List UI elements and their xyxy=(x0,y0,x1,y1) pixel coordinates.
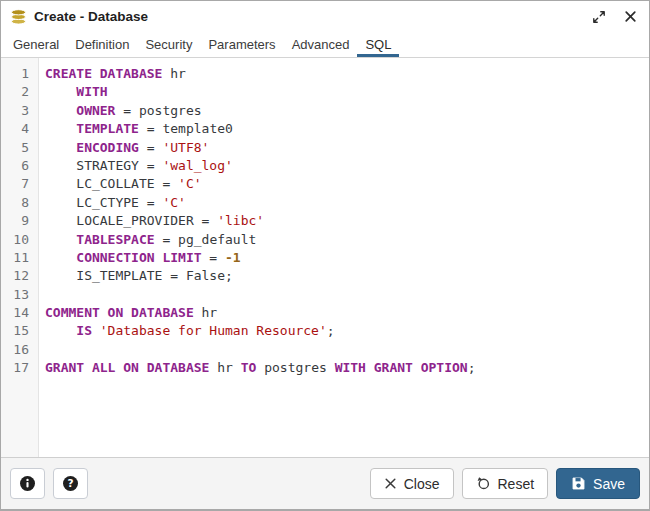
code-line-5: ENCODING = 'UTF8' xyxy=(45,139,649,157)
svg-text:?: ? xyxy=(67,477,73,489)
info-circle-icon xyxy=(19,475,36,492)
line-number: 12 xyxy=(1,267,38,285)
line-number: 10 xyxy=(1,231,38,249)
line-number: 8 xyxy=(1,194,38,212)
expand-icon xyxy=(592,10,606,24)
code-line-13 xyxy=(45,286,649,304)
save-button-label: Save xyxy=(593,476,625,492)
dialog-titlebar: Create - Database xyxy=(1,1,649,32)
tab-definition[interactable]: Definition xyxy=(67,32,137,57)
line-number: 6 xyxy=(1,157,38,175)
floppy-icon xyxy=(571,476,586,491)
code-line-15: IS 'Database for Human Resource'; xyxy=(45,322,649,340)
code-line-3: OWNER = postgres xyxy=(45,102,649,120)
code-line-1: CREATE DATABASE hr xyxy=(45,65,649,83)
code-line-2: WITH xyxy=(45,83,649,101)
line-number-gutter: 1234567891011121314151617 xyxy=(1,58,39,457)
code-line-4: TEMPLATE = template0 xyxy=(45,120,649,138)
tab-security[interactable]: Security xyxy=(137,32,200,57)
save-button[interactable]: Save xyxy=(556,468,640,499)
tab-bar: GeneralDefinitionSecurityParametersAdvan… xyxy=(1,32,649,58)
tab-parameters[interactable]: Parameters xyxy=(200,32,283,57)
code-line-7: LC_COLLATE = 'C' xyxy=(45,175,649,193)
line-number: 15 xyxy=(1,322,38,340)
line-number: 14 xyxy=(1,304,38,322)
close-icon xyxy=(624,10,637,23)
line-number: 5 xyxy=(1,139,38,157)
line-number: 13 xyxy=(1,286,38,304)
code-line-14: COMMENT ON DATABASE hr xyxy=(45,304,649,322)
code-line-8: LC_CTYPE = 'C' xyxy=(45,194,649,212)
create-database-dialog: Create - Database GeneralDefinitio xyxy=(0,0,650,511)
database-icon xyxy=(10,9,27,25)
line-number: 1 xyxy=(1,65,38,83)
line-number: 3 xyxy=(1,102,38,120)
close-dialog-button[interactable] xyxy=(622,8,639,25)
line-number: 11 xyxy=(1,249,38,267)
code-line-6: STRATEGY = 'wal_log' xyxy=(45,157,649,175)
info-button[interactable] xyxy=(10,468,45,499)
code-line-11: CONNECTION LIMIT = -1 xyxy=(45,249,649,267)
tab-advanced[interactable]: Advanced xyxy=(284,32,358,57)
close-button-label: Close xyxy=(404,476,440,492)
dialog-footer: ? Close Reset xyxy=(1,457,649,509)
line-number: 9 xyxy=(1,212,38,230)
dialog-title: Create - Database xyxy=(34,9,148,24)
reset-button[interactable]: Reset xyxy=(462,468,549,499)
code-line-17: GRANT ALL ON DATABASE hr TO postgres WIT… xyxy=(45,359,649,377)
question-circle-icon: ? xyxy=(62,475,79,492)
sql-editor[interactable]: 1234567891011121314151617 CREATE DATABAS… xyxy=(1,58,649,457)
line-number: 16 xyxy=(1,341,38,359)
tab-general[interactable]: General xyxy=(5,32,67,57)
reset-button-label: Reset xyxy=(498,476,535,492)
line-number: 7 xyxy=(1,175,38,193)
help-button[interactable]: ? xyxy=(53,468,88,499)
tab-sql[interactable]: SQL xyxy=(357,32,399,57)
line-number: 17 xyxy=(1,359,38,377)
code-line-12: IS_TEMPLATE = False; xyxy=(45,267,649,285)
x-icon xyxy=(384,477,397,490)
line-number: 2 xyxy=(1,83,38,101)
code-line-16 xyxy=(45,341,649,359)
sql-code: CREATE DATABASE hr WITH OWNER = postgres… xyxy=(39,58,649,457)
line-number: 4 xyxy=(1,120,38,138)
maximize-button[interactable] xyxy=(590,8,608,26)
code-line-10: TABLESPACE = pg_default xyxy=(45,231,649,249)
close-button[interactable]: Close xyxy=(370,468,454,499)
code-line-9: LOCALE_PROVIDER = 'libc' xyxy=(45,212,649,230)
undo-icon xyxy=(476,476,491,491)
